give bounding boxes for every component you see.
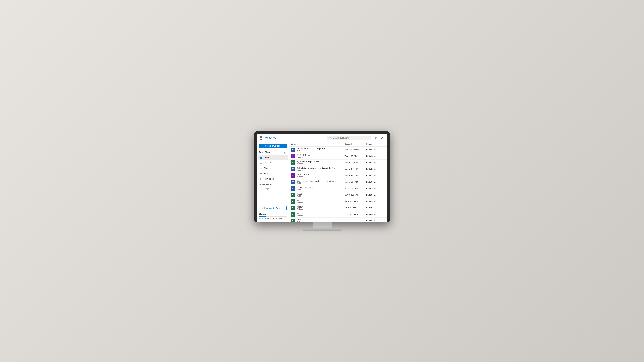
file-type-icon: X bbox=[290, 199, 295, 204]
file-name-text: Fire Stick Tricks My Files bbox=[296, 154, 310, 158]
table-row[interactable]: X Book 12 My Files Parth Shah bbox=[289, 217, 387, 222]
file-name-text: iA Writer vs Obsidian My Files bbox=[296, 186, 314, 191]
file-type-icon: W bbox=[290, 167, 295, 171]
file-location: My Files bbox=[296, 156, 310, 158]
file-location: My Files bbox=[296, 182, 337, 184]
file-location: My Files bbox=[296, 195, 304, 197]
file-name-text: Best Excel templates for students and ed… bbox=[296, 180, 337, 184]
file-name-main: Book 13 bbox=[296, 199, 304, 202]
sidebar-item-shared[interactable]: Shared bbox=[258, 171, 288, 176]
premium-onedrive-button[interactable]: ⭐ Premium OneDrive bbox=[259, 206, 286, 210]
file-location: My Files bbox=[296, 202, 304, 203]
file-name-main: X simple tips to clean up your datasets … bbox=[296, 167, 336, 169]
file-location: My Files bbox=[296, 221, 304, 222]
premium-button-label: Premium OneDrive bbox=[264, 207, 280, 209]
file-owner-cell: Parth Shah bbox=[364, 192, 387, 198]
table-row[interactable]: X Book 11 My Files Sat at 11:24 PM Parth… bbox=[289, 211, 387, 217]
svg-point-3 bbox=[382, 137, 382, 138]
file-opened-cell: Mon at 1:44 PM bbox=[343, 166, 364, 172]
people-icon bbox=[260, 187, 262, 190]
column-name: Name bbox=[289, 142, 343, 147]
table-row[interactable]: X Book 10 My Files Sat at 11:24 PM Parth… bbox=[289, 205, 387, 211]
file-opened-cell: Wed at 10:25 AM bbox=[343, 153, 364, 159]
file-owner-cell: Parth Shah bbox=[364, 159, 387, 166]
sidebar-people-label: People bbox=[264, 187, 270, 190]
file-name-main: Fire Stick Tricks bbox=[296, 154, 310, 156]
file-table: Name Opened Owner W X Samsung apps that … bbox=[289, 142, 387, 222]
file-name-text: X simple tips to clean up your datasets … bbox=[296, 167, 336, 171]
storage-used-amount[interactable]: 259.0 GB bbox=[259, 217, 266, 219]
file-type-icon: X bbox=[290, 212, 295, 217]
file-owner-cell: Parth Shah bbox=[364, 172, 387, 179]
plus-icon: + bbox=[261, 145, 262, 147]
table-row[interactable]: W iA Writer vs Obsidian My Files Sun at … bbox=[289, 185, 387, 192]
column-owner: Owner bbox=[364, 142, 387, 147]
grid-icon[interactable] bbox=[260, 136, 264, 140]
main-content: Name Opened Owner W X Samsung apps that … bbox=[289, 142, 387, 222]
desktop: OneDrive 🔍 bbox=[0, 0, 644, 362]
svg-point-5 bbox=[260, 168, 261, 168]
browse-section-header: Browse files by bbox=[257, 182, 288, 186]
table-row[interactable]: N Android Police My Files Mon at 8:57 AM… bbox=[289, 172, 387, 179]
sidebar-myfiles-label: My files bbox=[264, 162, 271, 164]
app-header: OneDrive 🔍 bbox=[257, 134, 387, 142]
file-name-main: Best Excel templates for students and ed… bbox=[296, 180, 337, 182]
file-owner-cell: Parth Shah bbox=[364, 211, 387, 217]
storage-label: Storage bbox=[259, 213, 286, 215]
file-name-text: Book 10 My Files bbox=[296, 206, 304, 210]
table-header-row: Name Opened Owner bbox=[289, 142, 387, 147]
shared-icon bbox=[260, 172, 262, 175]
file-name-cell-11: X Book 12 My Files bbox=[289, 217, 343, 222]
diamond-icon[interactable] bbox=[374, 136, 378, 140]
file-owner-cell: Parth Shah bbox=[364, 185, 387, 192]
sidebar-item-my-files[interactable]: My files bbox=[258, 160, 288, 165]
file-location: My Files bbox=[296, 150, 325, 152]
storage-text: 259.0 GB used of 1 TB (25%) bbox=[259, 217, 286, 219]
user-menu-icon[interactable]: ⊡ bbox=[284, 151, 286, 154]
file-type-icon: W bbox=[290, 148, 295, 152]
sidebar-item-people[interactable]: People bbox=[258, 186, 288, 191]
file-type-icon: X bbox=[290, 193, 295, 197]
file-name-cell-0: W X Samsung apps that Google can My File… bbox=[289, 146, 343, 153]
monitor-base bbox=[302, 228, 342, 231]
settings-icon[interactable] bbox=[380, 136, 384, 140]
table-row[interactable]: X Book 14 My Files Sun at 2:58 PM Parth … bbox=[289, 192, 387, 198]
file-name-main: Book 11 bbox=[296, 212, 304, 214]
table-row[interactable]: W X simple tips to clean up your dataset… bbox=[289, 166, 387, 172]
file-opened-cell: Sat at 11:24 PM bbox=[343, 205, 364, 211]
svg-point-7 bbox=[261, 173, 262, 174]
monitor: OneDrive 🔍 bbox=[254, 131, 390, 222]
file-owner-cell: Parth Shah bbox=[364, 153, 387, 159]
search-input[interactable] bbox=[333, 137, 369, 139]
sidebar-item-photos[interactable]: Photos bbox=[258, 166, 288, 171]
svg-point-6 bbox=[260, 173, 261, 174]
file-name-cell-5: W Best Excel templates for students and … bbox=[289, 179, 343, 185]
file-table-header: Name Opened Owner bbox=[289, 142, 387, 147]
file-name-cell-4: N Android Police My Files bbox=[289, 172, 343, 179]
file-opened-cell: Sun at 4:11 PM bbox=[343, 185, 364, 192]
file-name-text: Book 12 My Files bbox=[296, 219, 304, 222]
file-name-main: Book 12 bbox=[296, 219, 304, 221]
svg-rect-4 bbox=[260, 167, 262, 169]
sidebar-item-home[interactable]: Home bbox=[258, 155, 288, 160]
folder-icon bbox=[260, 161, 262, 164]
file-owner-cell: Parth Shah bbox=[364, 205, 387, 211]
svg-point-11 bbox=[261, 188, 262, 188]
sidebar-item-recycle-bin[interactable]: Recycle bin bbox=[258, 176, 288, 181]
monitor-stand bbox=[254, 222, 390, 231]
file-owner-cell: Parth Shah bbox=[364, 146, 387, 153]
file-name-text: X Samsung apps that Google can My Files bbox=[296, 148, 325, 152]
search-icon: 🔍 bbox=[329, 137, 332, 139]
table-row[interactable]: W X Samsung apps that Google can My File… bbox=[289, 146, 387, 153]
sidebar-shared-label: Shared bbox=[264, 172, 270, 175]
storage-bar bbox=[259, 216, 286, 217]
file-name-cell-3: W X simple tips to clean up your dataset… bbox=[289, 166, 343, 172]
table-row[interactable]: W Best Excel templates for students and … bbox=[289, 179, 387, 185]
home-icon bbox=[260, 156, 262, 159]
table-row[interactable]: X My Holiday Budget Planner My Files Mon… bbox=[289, 159, 387, 166]
search-bar: 🔍 bbox=[327, 136, 371, 140]
table-row[interactable]: X Book 13 My Files Sat at 11:24 PM Parth… bbox=[289, 198, 387, 205]
table-row[interactable]: N Fire Stick Tricks My Files Wed at 10:2… bbox=[289, 153, 387, 159]
create-or-upload-button[interactable]: + + Create or upload bbox=[259, 144, 286, 148]
header-icons bbox=[374, 136, 384, 140]
